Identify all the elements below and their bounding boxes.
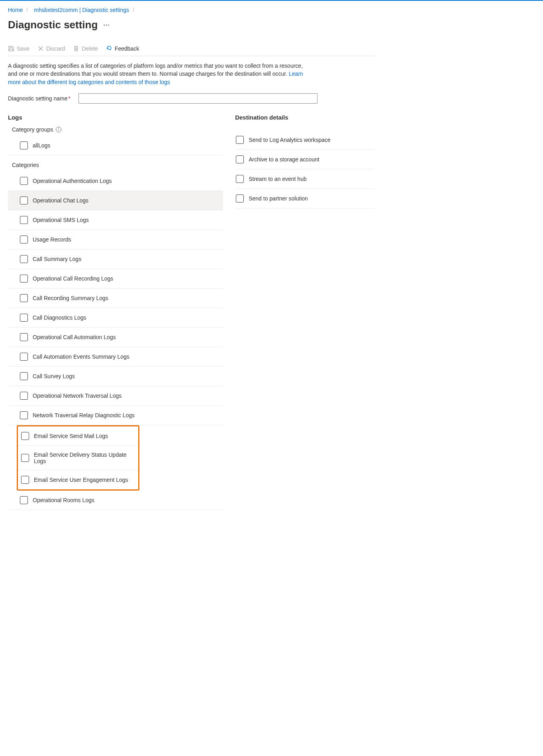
category-row[interactable]: Call Automation Events Summary Logs [8,347,223,367]
checkbox[interactable] [236,136,244,144]
chevron-right-icon: 〉 [26,6,31,13]
logs-header: Logs [8,114,223,121]
checkbox-label: Call Automation Events Summary Logs [33,353,129,360]
checkbox[interactable] [20,275,28,283]
category-row[interactable]: Call Summary Logs [8,249,223,269]
destination-row[interactable]: Stream to an event hub [235,169,374,189]
feedback-icon [106,45,112,52]
breadcrumb: Home 〉 mhsbxtest2comm | Diagnostic setti… [8,6,374,13]
checkbox-label: Send to partner solution [249,195,308,202]
chevron-right-icon: 〉 [132,6,137,13]
checkbox-label: Call Diagnostics Logs [33,314,86,321]
categories-label: Categories [12,162,223,168]
save-icon [8,45,14,52]
checkbox[interactable] [20,255,28,263]
destination-row[interactable]: Send to partner solution [235,189,374,208]
checkbox-label: Send to Log Analytics workspace [249,137,330,143]
discard-button[interactable]: Discard [37,45,65,52]
checkbox-label: Email Service User Engagement Logs [34,477,128,483]
checkbox[interactable] [236,194,244,202]
checkbox-label: Call Survey Logs [33,373,75,379]
feedback-button[interactable]: Feedback [106,45,139,52]
category-row[interactable]: Call Diagnostics Logs [8,308,223,328]
category-row[interactable]: Operational Rooms Logs [8,491,223,510]
checkbox-label: Operational Chat Logs [33,197,88,204]
checkbox[interactable] [21,432,29,440]
category-row[interactable]: Operational Network Traversal Logs [8,386,223,406]
checkbox-label: Operational Network Traversal Logs [33,393,122,399]
close-icon [37,45,44,52]
checkbox-label: Operational Call Automation Logs [33,334,116,340]
checkbox-label: Call Recording Summary Logs [33,295,108,301]
checkbox-label: Operational Call Recording Logs [33,275,113,282]
checkbox[interactable] [20,372,28,380]
checkbox[interactable] [20,314,28,322]
more-icon[interactable]: ⋯ [103,21,110,29]
checkbox[interactable] [236,175,244,183]
trash-icon [73,45,79,52]
checkbox-label: Email Service Send Mail Logs [34,433,108,439]
checkbox[interactable] [20,196,28,204]
category-groups-label: Category groups i [12,126,223,133]
toolbar: Save Discard Delete Feedback [8,45,374,56]
info-icon[interactable]: i [56,127,61,132]
checkbox-label: Archive to a storage account [249,156,319,163]
checkbox-label: Network Traversal Relay Diagnostic Logs [33,412,135,418]
checkbox[interactable] [20,411,28,419]
checkbox-label: Stream to an event hub [249,176,307,182]
checkbox[interactable] [20,333,28,341]
category-row[interactable]: Operational Call Recording Logs [8,269,223,289]
checkbox[interactable] [20,236,28,243]
checkbox[interactable] [21,454,29,462]
breadcrumb-resource[interactable]: mhsbxtest2comm | Diagnostic settings [34,7,129,13]
diagnostic-setting-name-input[interactable] [78,93,318,104]
category-row[interactable]: Call Survey Logs [8,367,223,386]
checkbox[interactable] [20,392,28,400]
category-row[interactable]: Operational Authentication Logs [8,171,223,191]
destination-row[interactable]: Archive to a storage account [235,150,374,169]
category-row-highlighted[interactable]: Email Service Delivery Status Update Log… [18,446,138,470]
category-row[interactable]: Usage Records [8,230,223,249]
checkbox[interactable] [20,353,28,361]
checkbox-label: Email Service Delivery Status Update Log… [34,452,137,464]
delete-button[interactable]: Delete [73,45,98,52]
category-row-highlighted[interactable]: Email Service Send Mail Logs [18,426,138,446]
checkbox-label: Operational SMS Logs [33,217,89,223]
checkbox-label: Usage Records [33,236,71,243]
category-row[interactable]: Operational Call Automation Logs [8,328,223,347]
checkbox[interactable] [21,476,29,484]
page-title: Diagnostic setting ⋯ [8,19,374,31]
save-button[interactable]: Save [8,45,29,52]
checkbox-label: Call Summary Logs [33,256,81,262]
name-field-label: Diagnostic setting name* [8,95,71,102]
checkbox[interactable] [20,496,28,504]
category-row[interactable]: Call Recording Summary Logs [8,289,223,308]
category-row[interactable]: Operational SMS Logs [8,210,223,230]
checkbox[interactable] [20,177,28,185]
checkbox[interactable] [236,155,244,163]
description-text: A diagnostic setting specifies a list of… [8,62,311,86]
highlighted-categories: Email Service Send Mail LogsEmail Servic… [17,425,139,491]
destination-header: Destination details [235,114,374,121]
category-group-alllogs[interactable]: allLogs [8,136,223,155]
breadcrumb-home[interactable]: Home [8,7,23,13]
category-row-highlighted[interactable]: Email Service User Engagement Logs [18,470,138,489]
svg-point-0 [107,48,108,49]
checkbox-label: Operational Rooms Logs [33,497,94,503]
checkbox[interactable] [20,216,28,224]
category-row[interactable]: Network Traversal Relay Diagnostic Logs [8,406,223,425]
checkbox-label: Operational Authentication Logs [33,178,112,184]
destination-row[interactable]: Send to Log Analytics workspace [235,130,374,150]
category-row[interactable]: Operational Chat Logs [8,191,223,210]
checkbox-label: allLogs [33,142,50,149]
checkbox[interactable] [20,294,28,302]
checkbox[interactable] [20,141,28,149]
